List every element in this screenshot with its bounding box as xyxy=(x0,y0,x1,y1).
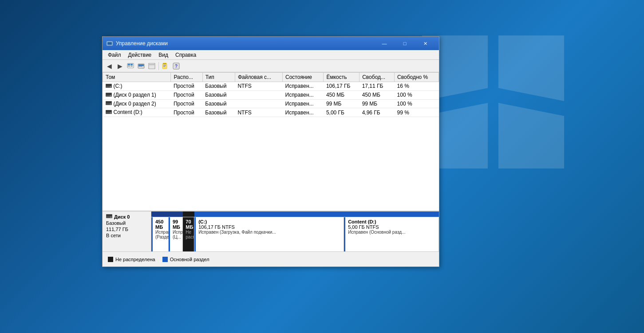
col-status[interactable]: Состояние xyxy=(283,73,324,82)
partition-cell-2[interactable]: 99 МБ Исправен (Ц... xyxy=(169,217,183,251)
drive-icon xyxy=(106,92,112,98)
help-button[interactable]: ? xyxy=(171,61,181,71)
svg-rect-17 xyxy=(162,64,167,69)
cell-filesystem: NTFS xyxy=(235,108,282,117)
partition-cell-1[interactable]: 450 МБ Исправен (Раздел... xyxy=(151,217,169,251)
col-free[interactable]: Свобод... xyxy=(360,73,395,82)
cell-location: Простой xyxy=(171,99,202,108)
col-filesystem[interactable]: Файловая с... xyxy=(235,73,282,82)
svg-point-34 xyxy=(110,112,111,114)
cell-capacity: 106,17 ГБ xyxy=(324,82,360,91)
legend-label-primary: Основной раздел xyxy=(170,257,209,262)
svg-rect-30 xyxy=(106,102,111,103)
cell-name: Content (D:) xyxy=(103,108,171,117)
cell-capacity: 5,00 ГБ xyxy=(324,108,360,117)
cell-status: Исправен... xyxy=(283,82,324,91)
disk-label: Диск 0 Базовый 111,77 ГБ В сети xyxy=(103,212,151,251)
p4-name: (C:) xyxy=(198,219,341,224)
cell-free: 450 МБ xyxy=(360,90,395,99)
properties-button[interactable] xyxy=(161,61,170,71)
svg-rect-6 xyxy=(128,66,130,67)
p5-fs: 5,00 ГБ NTFS xyxy=(348,224,436,230)
svg-rect-36 xyxy=(107,215,112,216)
menu-file[interactable]: Файл xyxy=(104,51,125,59)
partition-bar xyxy=(151,212,439,217)
list-button[interactable] xyxy=(147,61,157,71)
cell-name: (Диск 0 раздел 2) xyxy=(103,99,171,108)
partition-cell-5[interactable]: Content (D:) 5,00 ГБ NTFS Исправен (Осно… xyxy=(344,217,439,251)
window-icon xyxy=(106,40,113,47)
win-logo-decoration xyxy=(422,35,564,293)
back-button[interactable]: ◀ xyxy=(104,61,114,71)
svg-rect-27 xyxy=(106,93,111,95)
p5-name: Content (D:) xyxy=(348,219,436,224)
col-free-pct[interactable]: Свободно % xyxy=(395,73,439,82)
legend-box-unallocated xyxy=(108,257,113,262)
legend-label-unallocated: Не распределена xyxy=(115,257,155,262)
drive-icon xyxy=(106,110,112,116)
svg-rect-1 xyxy=(107,42,112,45)
menu-help[interactable]: Справка xyxy=(172,51,200,59)
cell-status: Исправен... xyxy=(283,90,324,99)
svg-text:?: ? xyxy=(175,64,178,69)
forward-button[interactable]: ▶ xyxy=(115,61,125,71)
menu-view[interactable]: Вид xyxy=(155,51,172,59)
pbar-p3 xyxy=(183,212,194,217)
col-location[interactable]: Распо... xyxy=(171,73,202,82)
svg-rect-4 xyxy=(128,64,130,65)
drive-icon xyxy=(106,83,112,90)
svg-point-10 xyxy=(142,66,144,68)
p2-status: Исправен (Ц... xyxy=(173,230,180,239)
table-row[interactable]: Content (D:) Простой Базовый NTFS Исправ… xyxy=(103,108,439,117)
disk-map: Диск 0 Базовый 111,77 ГБ В сети xyxy=(103,211,439,251)
drive-icon xyxy=(106,101,112,107)
col-volume[interactable]: Том xyxy=(103,73,171,82)
p4-fs: 106,17 ГБ NTFS xyxy=(198,224,341,230)
cell-free-pct: 100 % xyxy=(395,90,439,99)
col-type[interactable]: Тип xyxy=(202,73,235,82)
p3-status: Не распред... xyxy=(186,230,191,239)
svg-rect-33 xyxy=(106,110,111,112)
volumes-table[interactable]: Том Распо... Тип Файловая с... Состояние… xyxy=(103,72,439,211)
cell-name: (Диск 0 раздел 1) xyxy=(103,90,171,99)
table-row[interactable]: (C:) Простой Базовый NTFS Исправен... 10… xyxy=(103,82,439,91)
cell-free: 4,96 ГБ xyxy=(360,108,395,117)
col-capacity[interactable]: Ёмкость xyxy=(324,73,360,82)
up-button[interactable] xyxy=(126,61,135,71)
p5-status: Исправен (Основной разд... xyxy=(348,230,436,235)
maximize-button[interactable]: □ xyxy=(395,37,415,50)
cell-type: Базовый xyxy=(202,90,235,99)
cell-type: Базовый xyxy=(202,99,235,108)
svg-rect-7 xyxy=(130,66,133,67)
minimize-button[interactable]: — xyxy=(374,37,395,50)
disk-icon-button[interactable] xyxy=(136,61,146,71)
svg-point-28 xyxy=(110,95,111,96)
svg-rect-14 xyxy=(149,67,154,67)
svg-rect-5 xyxy=(130,64,133,65)
toolbar-separator xyxy=(158,62,159,70)
cell-free-pct: 100 % xyxy=(395,99,439,108)
svg-point-25 xyxy=(110,86,111,87)
cell-capacity: 450 МБ xyxy=(324,90,360,99)
cell-location: Простой xyxy=(171,108,202,117)
p2-size: 99 МБ xyxy=(173,219,180,230)
cell-filesystem xyxy=(235,99,282,108)
disk-management-window: Управление дисками — □ ✕ Файл Действие В… xyxy=(102,36,439,267)
title-bar: Управление дисками — □ ✕ xyxy=(103,37,439,50)
partition-cell-3[interactable]: 70 МБ Не распред... xyxy=(183,217,194,251)
p1-status: Исправен (Раздел... xyxy=(155,230,166,239)
svg-rect-13 xyxy=(149,66,154,66)
table-row[interactable]: (Диск 0 раздел 1) Простой Базовый Исправ… xyxy=(103,90,439,99)
menu-action[interactable]: Действие xyxy=(125,51,155,59)
svg-rect-19 xyxy=(163,66,166,66)
svg-rect-2 xyxy=(108,45,111,46)
cell-type: Базовый xyxy=(202,108,235,117)
cell-location: Простой xyxy=(171,82,202,91)
svg-point-31 xyxy=(110,103,111,105)
partition-cell-4[interactable]: (C:) 106,17 ГБ NTFS Исправен (Загрузка, … xyxy=(194,217,344,251)
window-title: Управление дисками xyxy=(116,40,374,47)
svg-point-37 xyxy=(111,216,112,218)
cell-type: Базовый xyxy=(202,82,235,91)
close-button[interactable]: ✕ xyxy=(415,37,435,50)
table-row[interactable]: (Диск 0 раздел 2) Простой Базовый Исправ… xyxy=(103,99,439,108)
